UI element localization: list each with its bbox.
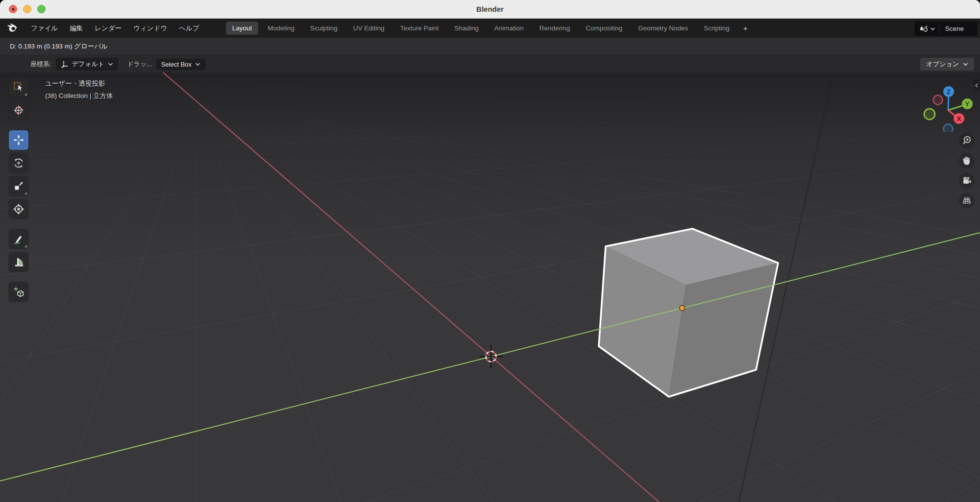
tool-settings-bar: 座標系: デフォルト ドラッ... Select Box オプショ — [0, 55, 980, 73]
tab-scripting[interactable]: Scripting — [697, 22, 736, 35]
camera-view-button[interactable] — [959, 173, 975, 189]
tab-animation[interactable]: Animation — [488, 22, 530, 35]
chevron-down-icon — [930, 27, 935, 31]
annotate-tool-icon — [13, 233, 24, 245]
menu-window[interactable]: ウィンドウ — [127, 22, 173, 35]
camera-icon — [961, 175, 972, 186]
svg-text:Y: Y — [965, 100, 970, 108]
add-workspace-button[interactable]: + — [739, 22, 752, 34]
axis-y-handle[interactable]: Y — [962, 98, 973, 109]
zoom-button[interactable] — [959, 133, 975, 148]
select-mode-dropdown[interactable]: Select Box — [156, 59, 205, 70]
svg-text:X: X — [957, 115, 961, 122]
orientation-value: デフォルト — [72, 60, 105, 69]
tweak-select-icon — [13, 81, 24, 93]
menu-file[interactable]: ファイル — [25, 22, 64, 35]
subtool-indicator — [24, 192, 27, 194]
annotate-tool-button[interactable] — [9, 229, 28, 249]
rotate-tool-button[interactable] — [9, 153, 28, 173]
scale-tool-button[interactable] — [9, 176, 28, 196]
axis-minus-y-handle[interactable] — [924, 109, 935, 120]
orientation-label: 座標系: — [30, 60, 51, 69]
viewport-toolbar — [9, 77, 28, 305]
axis-x-handle[interactable]: X — [954, 113, 964, 124]
window-title: Blender — [476, 5, 504, 13]
transform-tool-button[interactable] — [9, 199, 28, 219]
measure-tool-icon — [13, 256, 24, 268]
chevron-down-icon — [108, 62, 113, 66]
scene-selector[interactable]: Scene — [915, 22, 977, 36]
viewport-canvas[interactable] — [0, 72, 980, 502]
axis-z-handle[interactable]: Z — [943, 86, 954, 97]
add-cube-tool-button[interactable] — [9, 282, 28, 302]
grid-projection-icon — [961, 195, 972, 206]
move-tool-icon — [13, 134, 24, 146]
blender-logo-icon[interactable] — [6, 22, 18, 35]
tweak-select-tool-button[interactable] — [9, 77, 28, 97]
options-label: オプション — [926, 60, 959, 69]
operator-status-text: D: 0.193 m (0.193 m) グローバル — [10, 42, 108, 51]
measure-tool-button[interactable] — [9, 252, 28, 272]
tab-sculpting[interactable]: Sculpting — [304, 22, 344, 35]
tab-shading[interactable]: Shading — [448, 22, 485, 35]
cursor-tool-icon — [13, 104, 24, 116]
pan-button[interactable] — [959, 153, 975, 168]
operator-status-bar: D: 0.193 m (0.193 m) グローバル — [0, 38, 980, 55]
scene-name[interactable]: Scene — [939, 25, 977, 32]
menu-render[interactable]: レンダー — [89, 22, 127, 35]
chevron-down-icon — [963, 62, 968, 66]
viewport-3d: ユーザー・透視投影 (38) Collection | 立方体 — [0, 72, 980, 502]
orientation-dropdown[interactable]: デフォルト — [56, 58, 119, 71]
blender-window: Blender ファイル 編集 レンダー ウィンドウ ヘルプ Layout Mo… — [0, 0, 980, 502]
menu-edit[interactable]: 編集 — [64, 22, 89, 35]
hand-icon — [961, 155, 972, 166]
toggle-projection-button[interactable] — [959, 193, 975, 209]
navigation-gizmo[interactable]: Z Y X — [921, 78, 975, 132]
options-button[interactable]: オプション — [920, 58, 974, 71]
svg-text:Z: Z — [947, 88, 951, 96]
tab-modeling[interactable]: Modeling — [261, 22, 301, 35]
tab-geometry-nodes[interactable]: Geometry Nodes — [632, 22, 694, 35]
move-tool-button[interactable] — [9, 130, 28, 150]
traffic-lights — [9, 0, 46, 18]
titlebar[interactable]: Blender — [0, 0, 980, 19]
sidebar-toggle-button[interactable]: ‹ — [973, 79, 980, 91]
add-cube-tool-icon — [13, 286, 24, 298]
select-mode-value: Select Box — [161, 61, 192, 68]
main-menus: ファイル 編集 レンダー ウィンドウ ヘルプ — [25, 22, 205, 35]
cursor-tool-button[interactable] — [9, 100, 28, 120]
workspace-tabs: Layout Modeling Sculpting UV Editing Tex… — [226, 22, 755, 35]
chevron-down-icon — [195, 62, 200, 66]
tab-compositing[interactable]: Compositing — [579, 22, 629, 35]
tab-rendering[interactable]: Rendering — [533, 22, 576, 35]
viewport-nav-buttons — [959, 133, 975, 209]
close-button[interactable] — [9, 5, 17, 13]
scene-icon — [919, 24, 929, 33]
tab-texture-paint[interactable]: Texture Paint — [393, 22, 445, 35]
axis-minus-x-handle[interactable] — [933, 96, 943, 105]
minimize-button[interactable] — [23, 5, 31, 13]
scale-tool-icon — [13, 180, 24, 192]
subtool-indicator — [24, 93, 27, 96]
top-bar: ファイル 編集 レンダー ウィンドウ ヘルプ Layout Modeling S… — [0, 19, 980, 38]
fullscreen-button[interactable] — [37, 5, 46, 13]
subtool-indicator — [24, 245, 27, 247]
menu-help[interactable]: ヘルプ — [173, 22, 205, 35]
tab-layout[interactable]: Layout — [226, 22, 259, 35]
transform-orientation-icon — [61, 60, 69, 68]
drag-label: ドラッ... — [127, 60, 152, 69]
scene-selector-icon-group[interactable] — [915, 24, 939, 33]
rotate-tool-icon — [13, 157, 24, 169]
zoom-icon — [961, 135, 972, 146]
transform-tool-icon — [13, 203, 24, 215]
tab-uv-editing[interactable]: UV Editing — [347, 22, 391, 35]
axis-minus-z-handle[interactable] — [944, 124, 953, 132]
